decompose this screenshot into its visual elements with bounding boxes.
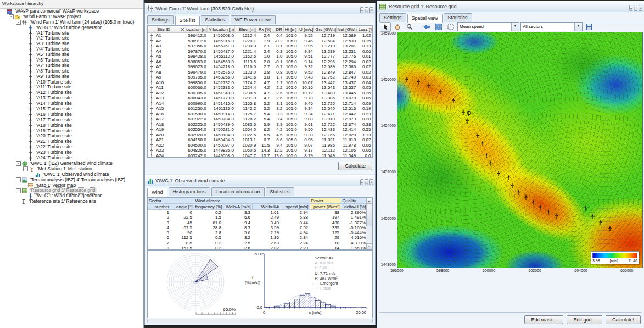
zoom-icon[interactable] <box>404 22 415 32</box>
sector-row[interactable]: 6112.50.53.21.862.8429-4.516% <box>148 235 367 240</box>
wind-farm-tab-settings[interactable]: Settings <box>147 15 174 24</box>
turbine-site-marker[interactable] <box>405 77 410 83</box>
turbine-site-marker[interactable] <box>475 133 480 139</box>
turbine-site-marker[interactable] <box>538 204 543 210</box>
site-row[interactable]: A15601250.01451136.01142.25.23.2105.09.3… <box>148 106 372 112</box>
edit-grid-button[interactable]: Edit grid... <box>567 315 602 324</box>
close-button[interactable]: × <box>639 5 642 11</box>
site-row[interactable]: A18602225.01450489.01083.65.93.9105.09.6… <box>148 122 372 127</box>
map-area[interactable]: 3.98 [m/s] 11.46 <box>397 32 643 268</box>
turbine-site-marker[interactable] <box>480 141 485 147</box>
expander-icon[interactable]: - <box>16 177 21 182</box>
turbine-site-marker[interactable] <box>554 213 559 219</box>
back-arrow-icon[interactable] <box>421 22 432 32</box>
turbine-site-marker[interactable] <box>438 89 443 95</box>
turbine-site-marker[interactable] <box>510 183 515 189</box>
site-row[interactable]: A8599479.01453576.01123.02.80.8105.09.52… <box>148 70 372 75</box>
expander-icon[interactable]: - <box>9 14 14 19</box>
sector-row[interactable]: 467.528.88.33.597.52335-0.160% <box>148 225 367 230</box>
site-row[interactable]: A22604500.01450097.01030.911.59.4105.09.… <box>148 143 372 148</box>
scroll-down-icon[interactable]: ▼ <box>366 243 372 249</box>
turbine-site-marker[interactable] <box>461 110 466 116</box>
owc-tab-histogram-bins[interactable]: Histogram bins <box>169 187 210 196</box>
column-header[interactable]: Y-location [m] <box>208 26 235 33</box>
owc-titlebar[interactable]: 'OWC 1' Observed wind climate –□× <box>145 175 375 186</box>
site-row[interactable]: A5598428.01455112.01152.51.0-1.0105.09.5… <box>148 54 372 59</box>
wind-farm-tab-site-list[interactable]: Site list <box>175 16 200 25</box>
site-row[interactable]: A1596412.01456008.01212.42.40.4105.09.52… <box>148 33 372 38</box>
site-row[interactable]: A3597356.01455751.01230.02.10.1105.09.95… <box>148 43 372 49</box>
turbine-site-marker[interactable] <box>489 160 494 166</box>
column-header[interactable]: Elev. [m] <box>235 26 257 33</box>
column-header[interactable]: Site ID <box>148 26 180 33</box>
maximize-button[interactable]: □ <box>634 5 637 11</box>
wind-farm-tab-statistics[interactable]: Statistics <box>201 15 229 24</box>
minimize-button[interactable]: – <box>360 7 363 13</box>
site-row[interactable]: A13600843.01451773.01201.04.72.6105.09.7… <box>148 96 372 101</box>
column-header[interactable]: speed [m/s] <box>281 204 310 210</box>
column-header[interactable]: number <box>148 204 171 210</box>
chevron-down-icon[interactable]: ▼ <box>511 23 519 31</box>
site-row[interactable]: A14600990.01451415.01165.85.23.1105.09.4… <box>148 101 372 107</box>
column-header[interactable]: Weibull-k <box>252 204 281 210</box>
column-header[interactable]: DR <box>271 26 283 33</box>
turbine-site-marker[interactable] <box>496 171 501 177</box>
tree-item[interactable]: 'A1' Turbine site <box>0 31 143 36</box>
save-image-icon[interactable] <box>584 22 595 32</box>
column-header[interactable]: U [m/s] <box>298 26 314 33</box>
sector-row[interactable]: 222.51.56.62.495.881971.491% <box>148 215 367 220</box>
tree-item[interactable]: 'A2' Turbine site <box>0 36 143 41</box>
tree-item[interactable]: 'A3' Turbine site <box>0 41 143 47</box>
column-header[interactable]: X-location [m] <box>180 26 207 33</box>
sector-row[interactable]: 100.23.31.612.9438-2.890% <box>148 210 367 215</box>
tree-item[interactable]: 'A10' Turbine site <box>0 80 143 85</box>
column-header[interactable]: Grs [GWh] <box>314 26 336 33</box>
select-area-icon[interactable] <box>445 22 456 32</box>
site-row[interactable]: A17601922.01450704.01128.25.43.4105.09.8… <box>148 116 372 122</box>
tree-item[interactable]: 'A7' Turbine site <box>0 63 143 69</box>
sector-row[interactable]: 71350.22.52.632.24104.339% <box>148 241 367 246</box>
turbine-site-marker[interactable] <box>416 79 421 85</box>
site-row[interactable]: A11600066.01452383.01224.44.22.2105.010.… <box>148 85 372 91</box>
column-header[interactable]: power [W/m²] <box>310 204 341 210</box>
turbine-site-marker[interactable] <box>608 226 613 232</box>
turbine-site-marker[interactable] <box>598 220 603 226</box>
minimize-button[interactable]: – <box>360 179 363 185</box>
site-row[interactable]: A16601590.01450914.01125.75.43.3105.09.3… <box>148 112 372 117</box>
wind-farm-tab-wf-power-curve[interactable]: WF Power curve <box>231 15 276 24</box>
column-header[interactable]: delta-U [%] <box>341 204 367 210</box>
site-row[interactable]: A2596912.01455916.01220.11.9-0.2105.09.4… <box>148 38 372 44</box>
resource-grid-tab-settings[interactable]: Settings <box>379 13 406 22</box>
sector-row[interactable]: 34561.09.43.498.44480-1.327% <box>148 220 367 225</box>
edit-mask-button[interactable]: Edit mask... <box>524 315 563 324</box>
pan-hand-icon[interactable] <box>392 22 403 32</box>
turbine-site-marker[interactable] <box>546 209 551 215</box>
resource-grid-titlebar[interactable]: 'Resource grid 1' Resource grid –□× <box>377 1 644 12</box>
column-header[interactable]: angle [°] <box>171 204 194 210</box>
tree-item[interactable]: 'A4' Turbine site <box>0 47 143 52</box>
close-button[interactable]: × <box>369 7 373 13</box>
turbine-site-marker[interactable] <box>506 175 511 181</box>
site-row[interactable]: A19602554.01450281.01054.06.24.2105.09.5… <box>148 127 372 132</box>
column-header[interactable]: Weib-A [m/s] <box>223 204 252 210</box>
maximize-button[interactable]: □ <box>365 7 368 13</box>
display-quantity-select[interactable]: Mean speed▼ <box>457 22 519 31</box>
site-row[interactable]: A21604158.01450434.01013.18.76.6105.08.9… <box>148 137 372 143</box>
site-row[interactable]: A23604826.01449835.01050.514.312.2105.09… <box>148 148 372 153</box>
site-row[interactable]: A12600385.01451949.01238.54.72.6105.010.… <box>148 91 372 96</box>
close-button[interactable]: × <box>369 179 373 185</box>
expander-icon[interactable]: - <box>23 166 28 171</box>
maximize-button[interactable]: □ <box>365 179 368 185</box>
column-header[interactable]: Rx [%] <box>257 26 271 33</box>
tree-item[interactable]: 'A6' Turbine site <box>0 58 143 63</box>
expander-icon[interactable]: - <box>16 20 21 25</box>
owc-tab-wind[interactable]: Wind <box>147 188 167 197</box>
cursor-icon[interactable] <box>380 22 391 32</box>
turbine-site-marker[interactable] <box>451 97 456 103</box>
column-header[interactable]: frequency [%] <box>194 204 223 210</box>
owc-tab-statistics[interactable]: Statistics <box>266 187 294 196</box>
site-row[interactable]: A24605242.01449558.01047.715.713.6105.08… <box>148 153 372 158</box>
turbine-site-marker[interactable] <box>531 199 536 205</box>
site-row[interactable]: A9599705.01453256.01141.63.81.7105.09.43… <box>148 75 372 80</box>
sector-select[interactable]: All sectors▼ <box>520 22 583 31</box>
